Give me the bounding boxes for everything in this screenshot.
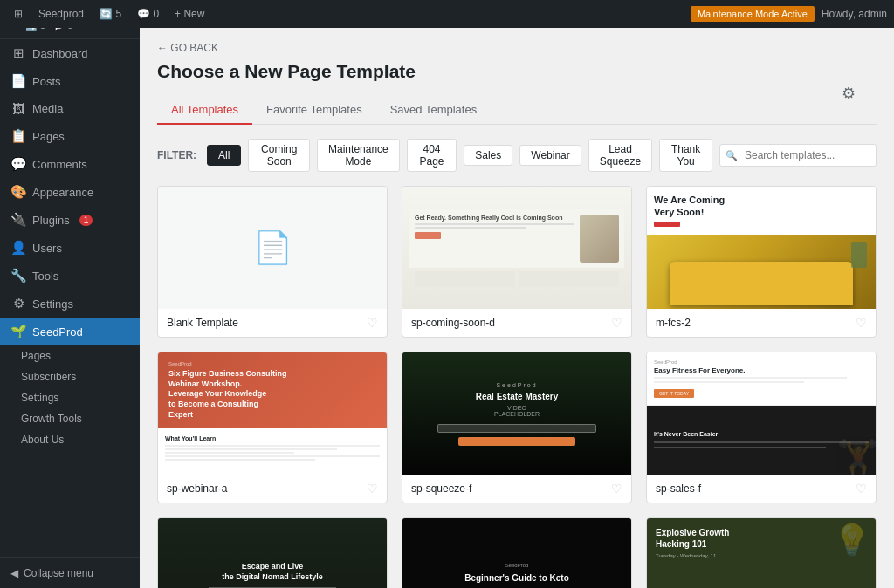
filter-btn-lead-squeeze[interactable]: Lead Squeeze	[588, 139, 652, 172]
sidebar-item-label: Settings	[32, 297, 73, 311]
template-name-sales-f: sp-sales-f ♡	[647, 475, 876, 503]
template-card-coming-soon-d[interactable]: Get Ready. Something Really Cool is Comi…	[402, 186, 632, 338]
filter-bar: FILTER: All Coming Soon Maintenance Mode…	[157, 139, 877, 172]
wp-logo[interactable]: ⊞	[7, 4, 30, 24]
filter-label: FILTER:	[157, 149, 196, 161]
howdy-text[interactable]: Howdy, admin	[822, 8, 887, 20]
thumb-travel: Escape and Livethe Digital Nomad Lifesty…	[158, 518, 387, 588]
filter-btn-404[interactable]: 404 Page	[407, 139, 457, 172]
favorite-icon-sales-f[interactable]: ♡	[856, 482, 867, 496]
sidebar-item-pages[interactable]: 📋 Pages	[0, 122, 140, 150]
template-card-squeeze-f[interactable]: SeedProd Real Estate Mastery VIDEOPLACEH…	[402, 352, 632, 503]
thumb-sales-f: SeedProd Easy Fitness For Everyone. GET …	[647, 352, 876, 475]
sidebar-item-seedprod[interactable]: 🌱 SeedProd	[0, 318, 140, 345]
template-card-growth[interactable]: Explosive GrowthHacking 101 Tuesday - We…	[646, 517, 877, 588]
search-wrapper	[719, 144, 877, 167]
favorite-icon-squeeze-f[interactable]: ♡	[611, 482, 622, 496]
admin-topbar: ⊞ Seedprod 🔄 5 💬 0 + New Maintenance Mod…	[0, 0, 894, 28]
topbar-right: Maintenance Mode Active Howdy, admin	[691, 6, 887, 22]
sidebar-item-label: Plugins	[32, 214, 70, 227]
sidebar-item-label: Media	[32, 102, 63, 115]
topbar-left: ⊞ Seedprod 🔄 5 💬 0 + New	[7, 4, 211, 24]
sidebar-item-dashboard[interactable]: ⊞ Dashboard	[0, 39, 140, 67]
template-name-blank: Blank Template ♡	[158, 309, 387, 337]
thumb-m-fcs-2: We Are ComingVery Soon!	[647, 187, 876, 309]
collapse-label: Collapse menu	[24, 567, 93, 579]
search-wrap	[719, 144, 877, 167]
filter-btn-sales[interactable]: Sales	[464, 145, 512, 166]
template-tabs: All Templates Favorite Templates Saved T…	[157, 96, 877, 125]
sidebar-item-appearance[interactable]: 🎨 Appearance	[0, 178, 140, 206]
sidebar-item-media[interactable]: 🖼 Media	[0, 95, 140, 122]
sidebar-sub-about[interactable]: About Us	[0, 429, 140, 450]
sidebar-sub-growth[interactable]: Growth Tools	[0, 408, 140, 429]
tab-saved-templates[interactable]: Saved Templates	[376, 96, 492, 125]
sidebar-sub-settings[interactable]: Settings	[0, 387, 140, 408]
comments-icon: 💬	[10, 156, 26, 172]
template-name-coming-soon-d: sp-coming-soon-d ♡	[402, 309, 631, 337]
filter-btn-all[interactable]: All	[207, 145, 241, 166]
sidebar-item-label: Posts	[32, 75, 61, 88]
template-card-webinar-a[interactable]: SeedProd Six Figure Business ConsultingW…	[157, 352, 388, 503]
filter-btn-maintenance[interactable]: Maintenance Mode	[317, 139, 400, 172]
template-name-m-fcs-2: m-fcs-2 ♡	[647, 309, 876, 337]
sidebar-item-label: Appearance	[32, 186, 93, 199]
sidebar-sub-subscribers[interactable]: Subscribers	[0, 366, 140, 387]
favorite-icon-coming-soon-d[interactable]: ♡	[611, 316, 622, 330]
new-item[interactable]: + New	[168, 4, 211, 24]
appearance-icon: 🎨	[10, 184, 26, 200]
filter-btn-thank-you[interactable]: Thank You	[659, 139, 712, 172]
tab-favorite-templates[interactable]: Favorite Templates	[252, 96, 376, 125]
template-card-m-fcs-2[interactable]: We Are ComingVery Soon! m-fcs-2 ♡	[646, 186, 877, 338]
sidebar-item-label: Dashboard	[32, 47, 88, 60]
tools-icon: 🔧	[10, 268, 26, 284]
media-icon: 🖼	[10, 101, 26, 116]
users-icon: 👤	[10, 240, 26, 256]
go-back-button[interactable]: ← GO BACK	[157, 42, 877, 54]
posts-icon: 📄	[10, 73, 26, 89]
sidebar-sub-pages[interactable]: Pages	[0, 345, 140, 366]
seedprod-icon: 🌱	[10, 324, 26, 339]
settings-icon: ⚙	[10, 296, 26, 311]
favorite-icon-m-fcs-2[interactable]: ♡	[856, 316, 867, 330]
dashboard-icon: ⊞	[10, 45, 26, 61]
site-name[interactable]: Seedprod	[31, 4, 91, 24]
comments-count[interactable]: 💬 0	[130, 4, 166, 24]
plugins-icon: 🔌	[10, 212, 26, 228]
sidebar-item-tools[interactable]: 🔧 Tools	[0, 262, 140, 290]
template-card-sales-f[interactable]: SeedProd Easy Fitness For Everyone. GET …	[646, 352, 877, 503]
sidebar-item-settings[interactable]: ⚙ Settings	[0, 290, 140, 318]
sidebar-item-users[interactable]: 👤 Users	[0, 234, 140, 262]
thumb-growth: Explosive GrowthHacking 101 Tuesday - We…	[647, 518, 876, 588]
blank-document-icon: 📄	[253, 229, 292, 266]
sidebar-item-label: Users	[32, 242, 62, 255]
favorite-icon-webinar-a[interactable]: ♡	[367, 482, 378, 496]
template-grid: 📄 Blank Template ♡ Get Ready. Something …	[157, 186, 877, 588]
filter-btn-webinar[interactable]: Webinar	[519, 145, 581, 166]
blank-thumb: 📄	[158, 187, 387, 309]
tab-all-templates[interactable]: All Templates	[157, 96, 252, 125]
collapse-menu-button[interactable]: ◀ Collapse menu	[0, 557, 140, 588]
template-card-keto[interactable]: SeedProd Beginner's Guide to Keto Order …	[402, 517, 632, 588]
sidebar-item-label: SeedProd	[32, 325, 83, 338]
template-name-webinar-a: sp-webinar-a ♡	[158, 475, 387, 503]
page-settings-icon[interactable]: ⚙	[842, 84, 856, 103]
sidebar-item-plugins[interactable]: 🔌 Plugins 1	[0, 206, 140, 234]
search-input[interactable]	[719, 144, 877, 167]
template-card-blank[interactable]: 📄 Blank Template ♡	[157, 186, 388, 338]
favorite-icon-blank[interactable]: ♡	[367, 316, 378, 330]
updates-count[interactable]: 🔄 5	[93, 4, 128, 24]
sidebar-item-posts[interactable]: 📄 Posts	[0, 67, 140, 95]
main-content: ← GO BACK Choose a New Page Template ⚙ A…	[140, 28, 894, 588]
thumb-squeeze-f: SeedProd Real Estate Mastery VIDEOPLACEH…	[402, 352, 631, 475]
sidebar-item-label: Pages	[32, 130, 65, 143]
sidebar-item-label: Comments	[32, 158, 87, 171]
plugins-badge: 1	[79, 215, 93, 226]
thumb-coming-soon-d: Get Ready. Something Really Cool is Comi…	[402, 187, 631, 309]
pages-icon: 📋	[10, 128, 26, 144]
thumb-webinar-a: SeedProd Six Figure Business ConsultingW…	[158, 352, 387, 475]
filter-btn-coming-soon[interactable]: Coming Soon	[248, 139, 310, 172]
template-card-travel[interactable]: Escape and Livethe Digital Nomad Lifesty…	[157, 517, 388, 588]
sidebar-item-comments[interactable]: 💬 Comments	[0, 150, 140, 178]
maintenance-badge[interactable]: Maintenance Mode Active	[691, 6, 815, 22]
